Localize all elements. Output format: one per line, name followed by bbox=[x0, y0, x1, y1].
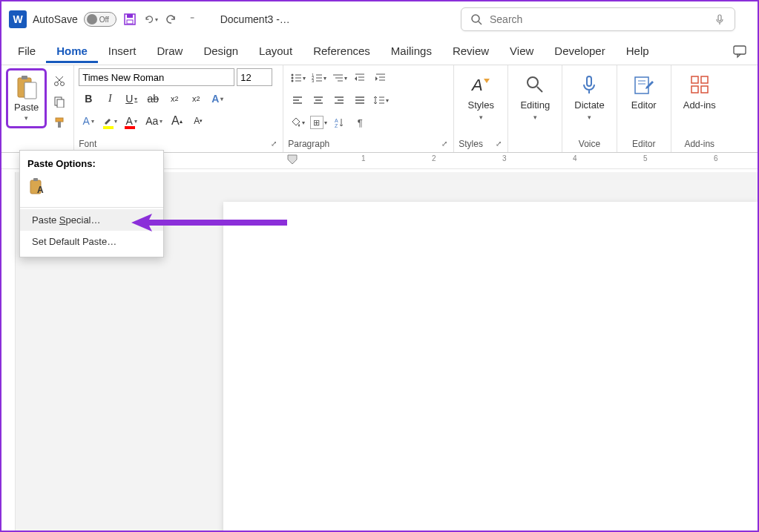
svg-rect-59 bbox=[587, 76, 591, 86]
search-box[interactable] bbox=[461, 7, 735, 31]
change-case-button[interactable]: Aa▾ bbox=[143, 111, 165, 131]
font-size-select[interactable] bbox=[237, 68, 272, 86]
copy-button[interactable] bbox=[51, 93, 68, 110]
tab-file[interactable]: File bbox=[7, 39, 46, 63]
qat-customize-icon[interactable]: ⁼ bbox=[185, 12, 200, 27]
svg-point-18 bbox=[291, 74, 293, 76]
italic-button[interactable]: I bbox=[100, 89, 119, 108]
svg-rect-1 bbox=[127, 14, 133, 18]
svg-rect-2 bbox=[127, 20, 133, 24]
editing-button[interactable]: Editing ▾ bbox=[513, 68, 557, 125]
svg-rect-66 bbox=[701, 86, 708, 93]
tab-developer[interactable]: Developer bbox=[544, 39, 615, 63]
borders-button[interactable]: ⊞▾ bbox=[309, 113, 328, 132]
tab-references[interactable]: References bbox=[303, 39, 381, 63]
align-left-button[interactable] bbox=[288, 91, 307, 110]
cut-button[interactable] bbox=[51, 73, 68, 89]
addins-button[interactable]: Add-ins bbox=[676, 68, 723, 115]
vertical-ruler[interactable] bbox=[1, 172, 16, 531]
save-icon[interactable] bbox=[122, 12, 137, 27]
justify-button[interactable] bbox=[350, 91, 369, 110]
tab-view[interactable]: View bbox=[499, 39, 544, 63]
paragraph-dialog-launcher[interactable]: ⤢ bbox=[440, 138, 449, 149]
search-icon bbox=[470, 13, 482, 25]
tab-mailings[interactable]: Mailings bbox=[381, 39, 442, 63]
toggle-knob bbox=[87, 14, 97, 24]
chevron-down-icon: ▾ bbox=[588, 114, 591, 121]
align-center-button[interactable] bbox=[309, 91, 328, 110]
editor-button[interactable]: Editor bbox=[622, 68, 666, 115]
redo-icon[interactable] bbox=[164, 12, 179, 27]
shading-button[interactable]: ▾ bbox=[288, 113, 307, 132]
svg-rect-65 bbox=[691, 86, 698, 93]
numbering-button[interactable]: 123▾ bbox=[309, 68, 328, 88]
chevron-down-icon: ▾ bbox=[24, 114, 28, 122]
tab-draw[interactable]: Draw bbox=[146, 39, 193, 63]
font-name-select[interactable] bbox=[79, 68, 234, 86]
show-marks-button[interactable]: ¶ bbox=[350, 113, 369, 132]
editor-group-label: Editor bbox=[622, 137, 666, 151]
text-effects-button[interactable]: A▾ bbox=[208, 89, 227, 108]
grow-font-button[interactable]: A▴ bbox=[167, 111, 186, 131]
dictate-button[interactable]: Dictate ▾ bbox=[567, 68, 611, 125]
superscript-button[interactable]: x2 bbox=[186, 89, 206, 108]
autosave-toggle[interactable]: Off bbox=[84, 12, 116, 27]
tab-design[interactable]: Design bbox=[193, 39, 249, 63]
tab-layout[interactable]: Layout bbox=[249, 39, 303, 63]
font-color2-button[interactable]: A▾ bbox=[79, 111, 98, 131]
comments-icon[interactable] bbox=[728, 39, 752, 63]
paste-label: Paste bbox=[14, 102, 39, 113]
ruler-indent-marker[interactable] bbox=[287, 154, 298, 166]
paste-icon bbox=[16, 75, 38, 100]
highlight-button[interactable]: ▾ bbox=[100, 111, 119, 131]
tab-review[interactable]: Review bbox=[442, 39, 499, 63]
paragraph-group-label: Paragraph bbox=[288, 139, 329, 149]
addins-label: Add-ins bbox=[683, 99, 716, 111]
editor-group: Editor Editor bbox=[617, 65, 671, 152]
ribbon-tabs: File Home Insert Draw Design Layout Refe… bbox=[1, 37, 758, 65]
paste-dropdown-menu: Paste Options: A Paste Special… Set Defa… bbox=[19, 150, 164, 257]
svg-point-57 bbox=[528, 77, 538, 88]
bold-button[interactable]: B bbox=[79, 89, 98, 108]
addins-group: Add-ins Add-ins bbox=[671, 65, 728, 152]
bullets-button[interactable]: ▾ bbox=[288, 68, 307, 88]
strikethrough-button[interactable]: ab bbox=[143, 89, 162, 108]
undo-icon[interactable]: ▾ bbox=[143, 12, 158, 27]
paste-option-keep-text-icon[interactable]: A bbox=[27, 177, 48, 197]
align-right-button[interactable] bbox=[329, 91, 349, 110]
paste-special-menu-item[interactable]: Paste Special… bbox=[20, 209, 163, 231]
svg-rect-63 bbox=[691, 76, 698, 83]
font-dialog-launcher[interactable]: ⤢ bbox=[269, 138, 278, 149]
sort-button[interactable]: AZ bbox=[329, 113, 349, 132]
underline-button[interactable]: U▾ bbox=[122, 89, 141, 108]
set-default-paste-menu-item[interactable]: Set Default Paste… bbox=[20, 231, 163, 252]
tab-insert[interactable]: Insert bbox=[98, 39, 147, 63]
tab-help[interactable]: Help bbox=[616, 39, 660, 63]
multilevel-list-button[interactable]: ▾ bbox=[329, 68, 349, 88]
line-spacing-button[interactable]: ▾ bbox=[371, 91, 390, 110]
svg-line-4 bbox=[479, 22, 482, 24]
paste-button[interactable]: Paste ▾ bbox=[10, 72, 43, 125]
mic-icon bbox=[577, 73, 601, 96]
font-color-button[interactable]: A▾ bbox=[122, 111, 141, 131]
svg-text:A: A bbox=[335, 118, 338, 123]
dictate-label: Dictate bbox=[574, 99, 604, 111]
decrease-indent-button[interactable] bbox=[350, 68, 369, 88]
svg-rect-9 bbox=[24, 82, 36, 99]
editor-label: Editor bbox=[631, 99, 657, 111]
svg-rect-15 bbox=[57, 99, 64, 108]
mic-icon[interactable] bbox=[714, 13, 726, 25]
styles-dialog-launcher[interactable]: ⤢ bbox=[494, 138, 503, 149]
document-title: Document3 -… bbox=[220, 13, 290, 25]
document-page[interactable] bbox=[223, 202, 758, 532]
svg-rect-17 bbox=[58, 122, 61, 128]
ruler-tick: 2 bbox=[432, 154, 436, 162]
subscript-button[interactable]: x2 bbox=[165, 89, 184, 108]
autosave-label: AutoSave bbox=[33, 13, 78, 25]
shrink-font-button[interactable]: A▾ bbox=[188, 111, 208, 131]
increase-indent-button[interactable] bbox=[371, 68, 390, 88]
search-input[interactable] bbox=[490, 13, 706, 25]
format-painter-button[interactable] bbox=[51, 114, 68, 131]
tab-home[interactable]: Home bbox=[46, 39, 98, 63]
styles-button[interactable]: A Styles ▾ bbox=[459, 68, 503, 125]
